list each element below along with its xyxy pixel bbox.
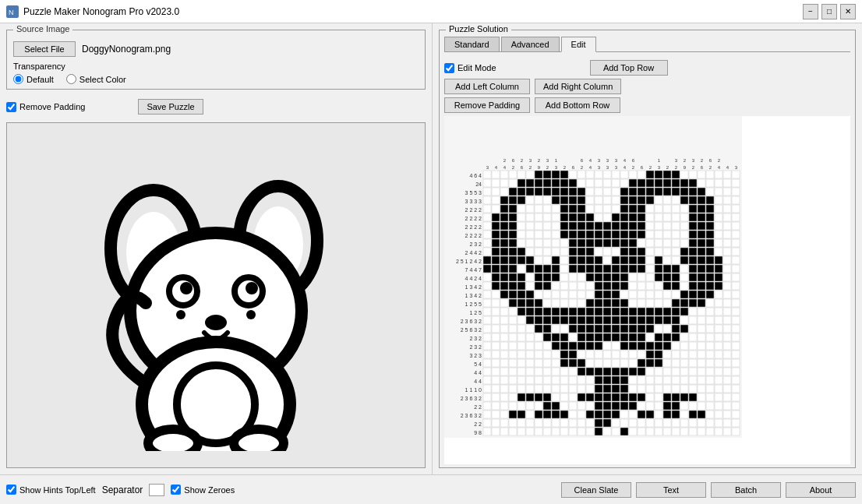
puzzle-solution-group: Puzzle Solution Standard Advanced Edit E… <box>439 30 856 468</box>
close-button[interactable]: ✕ <box>840 4 856 19</box>
tabs-bar: Standard Advanced Edit <box>444 37 850 52</box>
source-image-group: Source Image Select File DoggyNonogram.p… <box>6 30 426 90</box>
svg-point-11 <box>205 315 227 330</box>
source-image-title: Source Image <box>13 24 72 33</box>
app-title: Puzzle Maker Nonogram Pro v2023.0 <box>23 6 179 17</box>
default-radio[interactable]: Default <box>13 74 54 84</box>
add-bottom-row-button[interactable]: Add Bottom Row <box>535 97 620 113</box>
batch-button[interactable]: Batch <box>711 482 781 498</box>
file-name-label: DoggyNonogram.png <box>82 44 171 55</box>
text-button[interactable]: Text <box>636 482 706 498</box>
source-image-area <box>6 122 426 468</box>
about-button[interactable]: About <box>786 482 856 498</box>
svg-text:N: N <box>9 9 14 16</box>
separator-box[interactable] <box>149 484 164 496</box>
svg-point-10 <box>246 282 258 294</box>
tab-advanced[interactable]: Advanced <box>501 37 560 51</box>
svg-point-17 <box>246 310 256 319</box>
app-icon: N <box>6 5 19 18</box>
svg-point-9 <box>180 282 193 294</box>
separator-label: Separator <box>102 485 143 495</box>
save-puzzle-button[interactable]: Save Puzzle <box>138 99 203 115</box>
add-left-column-button[interactable]: Add Left Column <box>444 79 530 94</box>
minimize-button[interactable]: − <box>803 4 818 19</box>
select-color-radio[interactable]: Select Color <box>66 74 126 84</box>
bottom-bar: Show Hints Top/Left Separator Show Zeroe… <box>0 474 862 504</box>
clean-slate-button[interactable]: Clean Slate <box>561 482 631 498</box>
maximize-button[interactable]: □ <box>821 4 837 19</box>
right-panel: Puzzle Solution Standard Advanced Edit E… <box>433 23 862 474</box>
puzzle-solution-title: Puzzle Solution <box>446 24 511 33</box>
select-file-button[interactable]: Select File <box>13 41 76 57</box>
tab-edit[interactable]: Edit <box>561 37 596 52</box>
show-hints-checkbox[interactable]: Show Hints Top/Left <box>6 485 96 495</box>
left-panel: Source Image Select File DoggyNonogram.p… <box>0 23 433 474</box>
svg-point-16 <box>176 310 185 319</box>
bottom-buttons: Clean Slate Text Batch About <box>561 482 856 498</box>
add-right-column-button[interactable]: Add Right Column <box>535 79 621 94</box>
remove-padding-checkbox[interactable]: Remove Padding <box>6 102 85 112</box>
edit-mode-checkbox[interactable]: Edit Mode <box>444 63 496 73</box>
nonogram-grid-wrapper[interactable] <box>444 116 850 464</box>
transparency-label: Transparency <box>13 62 419 71</box>
title-bar: N Puzzle Maker Nonogram Pro v2023.0 − □ … <box>0 0 862 23</box>
add-top-row-button[interactable]: Add Top Row <box>590 60 668 76</box>
tab-standard[interactable]: Standard <box>444 37 500 51</box>
nonogram-canvas[interactable] <box>444 116 742 438</box>
show-zeroes-checkbox[interactable]: Show Zeroes <box>171 485 235 495</box>
edit-controls-area: Edit Mode Add Top Row Add Left Column Ad… <box>444 60 850 113</box>
remove-padding-button[interactable]: Remove Padding <box>444 97 530 113</box>
